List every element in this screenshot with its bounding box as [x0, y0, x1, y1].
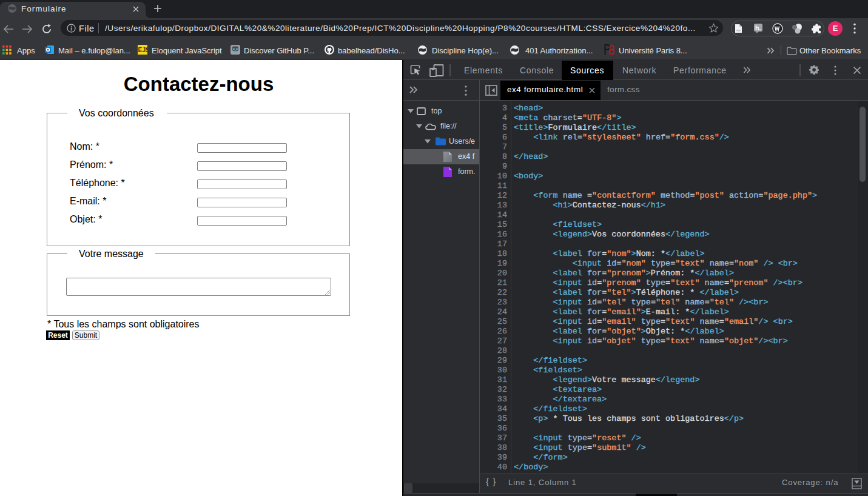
- svg-text:EJS: EJS: [138, 47, 147, 53]
- svg-text:h.: h.: [755, 24, 761, 32]
